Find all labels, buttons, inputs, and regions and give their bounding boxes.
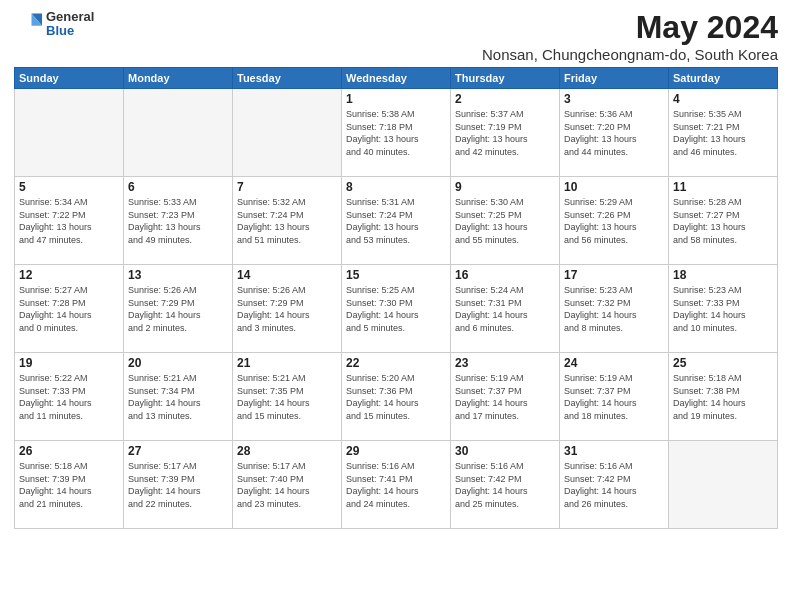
day-info: Sunrise: 5:29 AM Sunset: 7:26 PM Dayligh… xyxy=(564,196,664,246)
day-cell: 16Sunrise: 5:24 AM Sunset: 7:31 PM Dayli… xyxy=(451,265,560,353)
day-info: Sunrise: 5:33 AM Sunset: 7:23 PM Dayligh… xyxy=(128,196,228,246)
day-info: Sunrise: 5:21 AM Sunset: 7:35 PM Dayligh… xyxy=(237,372,337,422)
week-row-3: 19Sunrise: 5:22 AM Sunset: 7:33 PM Dayli… xyxy=(15,353,778,441)
day-cell: 23Sunrise: 5:19 AM Sunset: 7:37 PM Dayli… xyxy=(451,353,560,441)
day-info: Sunrise: 5:24 AM Sunset: 7:31 PM Dayligh… xyxy=(455,284,555,334)
day-number: 23 xyxy=(455,356,555,370)
day-cell: 29Sunrise: 5:16 AM Sunset: 7:41 PM Dayli… xyxy=(342,441,451,529)
day-cell: 15Sunrise: 5:25 AM Sunset: 7:30 PM Dayli… xyxy=(342,265,451,353)
day-number: 15 xyxy=(346,268,446,282)
day-number: 11 xyxy=(673,180,773,194)
day-cell: 22Sunrise: 5:20 AM Sunset: 7:36 PM Dayli… xyxy=(342,353,451,441)
day-cell: 20Sunrise: 5:21 AM Sunset: 7:34 PM Dayli… xyxy=(124,353,233,441)
header: General Blue May 2024 Nonsan, Chungcheon… xyxy=(14,10,778,63)
day-cell xyxy=(233,89,342,177)
day-number: 24 xyxy=(564,356,664,370)
day-info: Sunrise: 5:18 AM Sunset: 7:39 PM Dayligh… xyxy=(19,460,119,510)
day-number: 7 xyxy=(237,180,337,194)
day-cell: 31Sunrise: 5:16 AM Sunset: 7:42 PM Dayli… xyxy=(560,441,669,529)
header-tuesday: Tuesday xyxy=(233,68,342,89)
day-info: Sunrise: 5:17 AM Sunset: 7:40 PM Dayligh… xyxy=(237,460,337,510)
title-block: May 2024 Nonsan, Chungcheongnam-do, Sout… xyxy=(482,10,778,63)
day-cell: 4Sunrise: 5:35 AM Sunset: 7:21 PM Daylig… xyxy=(669,89,778,177)
day-number: 28 xyxy=(237,444,337,458)
day-info: Sunrise: 5:26 AM Sunset: 7:29 PM Dayligh… xyxy=(128,284,228,334)
day-number: 9 xyxy=(455,180,555,194)
day-info: Sunrise: 5:20 AM Sunset: 7:36 PM Dayligh… xyxy=(346,372,446,422)
day-cell: 9Sunrise: 5:30 AM Sunset: 7:25 PM Daylig… xyxy=(451,177,560,265)
day-info: Sunrise: 5:16 AM Sunset: 7:42 PM Dayligh… xyxy=(455,460,555,510)
logo: General Blue xyxy=(14,10,94,39)
day-info: Sunrise: 5:22 AM Sunset: 7:33 PM Dayligh… xyxy=(19,372,119,422)
day-number: 12 xyxy=(19,268,119,282)
day-cell: 30Sunrise: 5:16 AM Sunset: 7:42 PM Dayli… xyxy=(451,441,560,529)
day-info: Sunrise: 5:17 AM Sunset: 7:39 PM Dayligh… xyxy=(128,460,228,510)
day-cell xyxy=(669,441,778,529)
day-info: Sunrise: 5:34 AM Sunset: 7:22 PM Dayligh… xyxy=(19,196,119,246)
header-friday: Friday xyxy=(560,68,669,89)
day-cell: 18Sunrise: 5:23 AM Sunset: 7:33 PM Dayli… xyxy=(669,265,778,353)
day-cell: 17Sunrise: 5:23 AM Sunset: 7:32 PM Dayli… xyxy=(560,265,669,353)
day-info: Sunrise: 5:37 AM Sunset: 7:19 PM Dayligh… xyxy=(455,108,555,158)
day-info: Sunrise: 5:21 AM Sunset: 7:34 PM Dayligh… xyxy=(128,372,228,422)
day-cell: 2Sunrise: 5:37 AM Sunset: 7:19 PM Daylig… xyxy=(451,89,560,177)
day-info: Sunrise: 5:38 AM Sunset: 7:18 PM Dayligh… xyxy=(346,108,446,158)
day-cell: 27Sunrise: 5:17 AM Sunset: 7:39 PM Dayli… xyxy=(124,441,233,529)
day-cell: 10Sunrise: 5:29 AM Sunset: 7:26 PM Dayli… xyxy=(560,177,669,265)
logo-icon xyxy=(14,10,42,38)
week-row-0: 1Sunrise: 5:38 AM Sunset: 7:18 PM Daylig… xyxy=(15,89,778,177)
day-number: 19 xyxy=(19,356,119,370)
week-row-4: 26Sunrise: 5:18 AM Sunset: 7:39 PM Dayli… xyxy=(15,441,778,529)
day-cell: 13Sunrise: 5:26 AM Sunset: 7:29 PM Dayli… xyxy=(124,265,233,353)
logo-general: General xyxy=(46,10,94,24)
day-number: 31 xyxy=(564,444,664,458)
day-number: 17 xyxy=(564,268,664,282)
day-number: 1 xyxy=(346,92,446,106)
calendar-subtitle: Nonsan, Chungcheongnam-do, South Korea xyxy=(482,46,778,63)
day-info: Sunrise: 5:28 AM Sunset: 7:27 PM Dayligh… xyxy=(673,196,773,246)
day-cell: 5Sunrise: 5:34 AM Sunset: 7:22 PM Daylig… xyxy=(15,177,124,265)
day-cell xyxy=(15,89,124,177)
header-monday: Monday xyxy=(124,68,233,89)
week-row-1: 5Sunrise: 5:34 AM Sunset: 7:22 PM Daylig… xyxy=(15,177,778,265)
day-number: 21 xyxy=(237,356,337,370)
day-cell xyxy=(124,89,233,177)
day-cell: 1Sunrise: 5:38 AM Sunset: 7:18 PM Daylig… xyxy=(342,89,451,177)
day-cell: 6Sunrise: 5:33 AM Sunset: 7:23 PM Daylig… xyxy=(124,177,233,265)
day-info: Sunrise: 5:30 AM Sunset: 7:25 PM Dayligh… xyxy=(455,196,555,246)
day-info: Sunrise: 5:19 AM Sunset: 7:37 PM Dayligh… xyxy=(564,372,664,422)
day-info: Sunrise: 5:25 AM Sunset: 7:30 PM Dayligh… xyxy=(346,284,446,334)
day-number: 16 xyxy=(455,268,555,282)
logo-text: General Blue xyxy=(46,10,94,39)
day-cell: 14Sunrise: 5:26 AM Sunset: 7:29 PM Dayli… xyxy=(233,265,342,353)
day-number: 20 xyxy=(128,356,228,370)
day-info: Sunrise: 5:32 AM Sunset: 7:24 PM Dayligh… xyxy=(237,196,337,246)
day-info: Sunrise: 5:23 AM Sunset: 7:32 PM Dayligh… xyxy=(564,284,664,334)
page: General Blue May 2024 Nonsan, Chungcheon… xyxy=(0,0,792,612)
day-number: 30 xyxy=(455,444,555,458)
day-number: 14 xyxy=(237,268,337,282)
day-cell: 24Sunrise: 5:19 AM Sunset: 7:37 PM Dayli… xyxy=(560,353,669,441)
day-info: Sunrise: 5:36 AM Sunset: 7:20 PM Dayligh… xyxy=(564,108,664,158)
day-info: Sunrise: 5:31 AM Sunset: 7:24 PM Dayligh… xyxy=(346,196,446,246)
day-cell: 11Sunrise: 5:28 AM Sunset: 7:27 PM Dayli… xyxy=(669,177,778,265)
calendar-title: May 2024 xyxy=(482,10,778,45)
day-cell: 8Sunrise: 5:31 AM Sunset: 7:24 PM Daylig… xyxy=(342,177,451,265)
day-number: 18 xyxy=(673,268,773,282)
day-cell: 12Sunrise: 5:27 AM Sunset: 7:28 PM Dayli… xyxy=(15,265,124,353)
day-number: 27 xyxy=(128,444,228,458)
header-saturday: Saturday xyxy=(669,68,778,89)
day-number: 13 xyxy=(128,268,228,282)
header-thursday: Thursday xyxy=(451,68,560,89)
header-sunday: Sunday xyxy=(15,68,124,89)
logo-blue: Blue xyxy=(46,24,94,38)
day-number: 8 xyxy=(346,180,446,194)
day-cell: 7Sunrise: 5:32 AM Sunset: 7:24 PM Daylig… xyxy=(233,177,342,265)
day-info: Sunrise: 5:18 AM Sunset: 7:38 PM Dayligh… xyxy=(673,372,773,422)
day-number: 26 xyxy=(19,444,119,458)
day-cell: 28Sunrise: 5:17 AM Sunset: 7:40 PM Dayli… xyxy=(233,441,342,529)
day-cell: 26Sunrise: 5:18 AM Sunset: 7:39 PM Dayli… xyxy=(15,441,124,529)
day-info: Sunrise: 5:27 AM Sunset: 7:28 PM Dayligh… xyxy=(19,284,119,334)
day-info: Sunrise: 5:35 AM Sunset: 7:21 PM Dayligh… xyxy=(673,108,773,158)
day-info: Sunrise: 5:26 AM Sunset: 7:29 PM Dayligh… xyxy=(237,284,337,334)
